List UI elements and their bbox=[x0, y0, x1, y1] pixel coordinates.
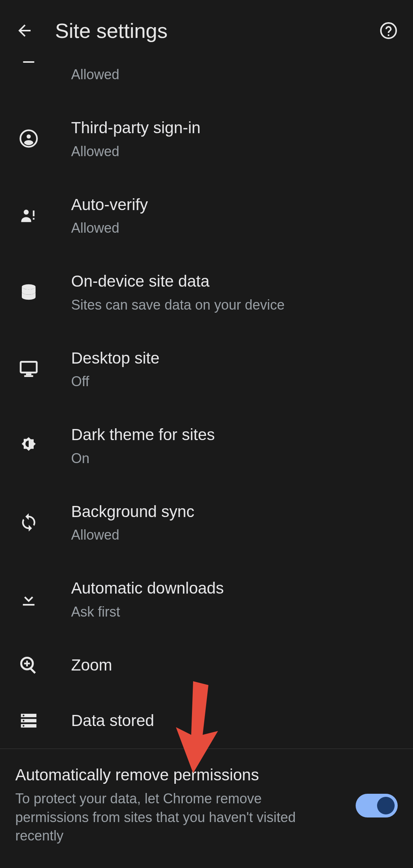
svg-point-2 bbox=[27, 134, 31, 139]
auto-remove-title: Automatically remove permissions bbox=[15, 766, 340, 784]
settings-list: Allowed Third-party sign-in Allowed A bbox=[0, 61, 413, 749]
settings-row-label: Auto-verify bbox=[71, 195, 148, 215]
auto-verify-icon bbox=[19, 206, 39, 225]
database-icon bbox=[18, 282, 39, 302]
settings-row-label: Desktop site bbox=[71, 348, 159, 369]
auto-remove-toggle[interactable] bbox=[356, 794, 398, 817]
auto-remove-permissions-row: Automatically remove permissions To prot… bbox=[0, 749, 413, 862]
help-icon bbox=[379, 21, 398, 40]
page-title: Site settings bbox=[55, 19, 379, 42]
settings-row-zoom[interactable]: Zoom bbox=[0, 638, 413, 693]
settings-row-dark-theme[interactable]: Dark theme for sites On bbox=[0, 407, 413, 484]
auto-remove-sub: To protect your data, let Chrome remove … bbox=[15, 790, 329, 845]
svg-point-3 bbox=[24, 210, 29, 215]
svg-rect-4 bbox=[33, 210, 34, 216]
account-circle-icon bbox=[19, 129, 39, 148]
download-icon bbox=[19, 589, 39, 609]
storage-icon bbox=[18, 710, 39, 731]
svg-rect-9 bbox=[24, 375, 33, 377]
settings-row-label: Dark theme for sites bbox=[71, 425, 215, 445]
sync-icon bbox=[19, 512, 39, 532]
settings-row-background-sync[interactable]: Background sync Allowed bbox=[0, 484, 413, 561]
svg-rect-5 bbox=[33, 218, 34, 219]
dash-icon bbox=[23, 61, 34, 63]
svg-point-20 bbox=[23, 725, 24, 727]
settings-row-sub: On bbox=[71, 450, 215, 467]
back-button[interactable] bbox=[15, 21, 34, 40]
svg-point-6 bbox=[22, 284, 36, 290]
desktop-icon bbox=[18, 358, 39, 380]
svg-point-19 bbox=[23, 720, 24, 722]
settings-row-partial[interactable]: Allowed bbox=[0, 61, 413, 100]
zoom-in-icon bbox=[19, 655, 39, 675]
settings-row-label: Third-party sign-in bbox=[71, 118, 200, 138]
settings-row-label: Data stored bbox=[71, 711, 154, 731]
settings-row-label: Background sync bbox=[71, 502, 194, 522]
help-button[interactable] bbox=[379, 21, 398, 40]
settings-row-data-stored[interactable]: Data stored bbox=[0, 693, 413, 749]
settings-row-sub: Allowed bbox=[71, 67, 119, 83]
settings-row-sub: Allowed bbox=[71, 220, 148, 236]
settings-row-sub: Ask first bbox=[71, 604, 224, 620]
svg-point-18 bbox=[23, 715, 24, 716]
svg-rect-13 bbox=[24, 662, 30, 664]
settings-row-third-party-sign-in[interactable]: Third-party sign-in Allowed bbox=[0, 100, 413, 177]
svg-rect-10 bbox=[23, 604, 34, 605]
settings-row-on-device-site-data[interactable]: On-device site data Sites can save data … bbox=[0, 254, 413, 331]
settings-row-sub: Off bbox=[71, 374, 159, 390]
settings-row-label: On-device site data bbox=[71, 271, 285, 292]
settings-row-sub: Sites can save data on your device bbox=[71, 297, 285, 313]
svg-rect-7 bbox=[21, 362, 37, 372]
svg-rect-8 bbox=[26, 373, 31, 375]
settings-row-label: Zoom bbox=[71, 655, 112, 675]
settings-row-sub: Allowed bbox=[71, 144, 200, 160]
arrow-back-icon bbox=[15, 21, 34, 40]
header-bar: Site settings bbox=[0, 0, 413, 61]
settings-row-auto-verify[interactable]: Auto-verify Allowed bbox=[0, 177, 413, 254]
settings-row-label: Automatic downloads bbox=[71, 578, 224, 599]
settings-row-desktop-site[interactable]: Desktop site Off bbox=[0, 331, 413, 408]
brightness-icon bbox=[19, 436, 39, 455]
svg-rect-14 bbox=[30, 667, 36, 674]
settings-row-sub: Allowed bbox=[71, 527, 194, 543]
toggle-thumb-icon bbox=[377, 797, 395, 814]
settings-row-automatic-downloads[interactable]: Automatic downloads Ask first bbox=[0, 561, 413, 638]
